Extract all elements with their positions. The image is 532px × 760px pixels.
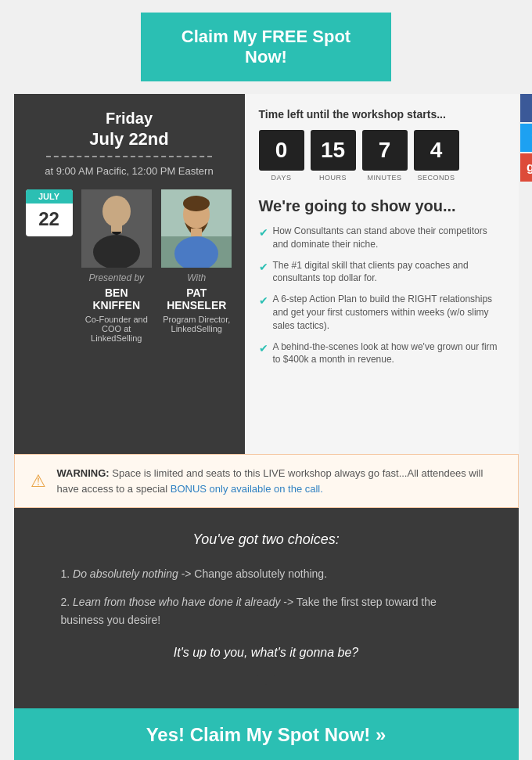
bottom-cta-button[interactable]: Yes! Claim My Spot Now! » [30, 724, 503, 746]
bullet-4: ✔ A behind-the-scenes look at how we've … [259, 340, 505, 367]
check-icon-4: ✔ [259, 341, 268, 357]
top-cta-button[interactable]: Claim My FREE Spot Now! [141, 13, 391, 81]
social-buttons: f t g+ [520, 94, 533, 182]
choice-1-normal: Change absolutely nothing. [194, 567, 327, 580]
choice-1: 1. Do absolutely nothing -> Change absol… [45, 565, 487, 582]
choices-question: It's up to you, what's it gonna be? [45, 646, 487, 660]
check-icon-1: ✔ [259, 225, 268, 241]
speaker-2: With PAT HENSELER Program Director, Link… [160, 189, 233, 333]
date-header: Friday July 22nd at 9:00 AM Pacific, 12:… [26, 110, 233, 177]
left-panel: Friday July 22nd at 9:00 AM Pacific, 12:… [14, 94, 245, 454]
google-plus-icon: g+ [527, 160, 532, 175]
choice-2-italic: Learn from those who have done it alread… [73, 596, 280, 608]
speaker-2-name: PAT HENSELER [160, 286, 233, 312]
speaker-1-svg [81, 189, 152, 268]
speaker-1-label: Presented by [81, 272, 153, 283]
twitter-button[interactable]: t [520, 124, 533, 152]
svg-point-8 [183, 196, 210, 211]
bullet-1-text: How Consultants can stand above their co… [273, 225, 505, 251]
countdown-label: Time left until the workshop starts... [259, 108, 505, 121]
day-name: Friday [26, 110, 233, 128]
choice-1-num: 1. [61, 567, 70, 580]
countdown-hours-label: HOURS [311, 174, 356, 182]
bullet-2: ✔ The #1 digital skill that clients pay … [259, 259, 505, 286]
speaker-1-title: Co-Founder and COO at LinkedSelling [81, 315, 153, 343]
warning-text: WARNING: Space is limited and seats to t… [57, 466, 502, 496]
panels-row: Friday July 22nd at 9:00 AM Pacific, 12:… [14, 94, 519, 454]
bottom-cta-section: Yes! Claim My Spot Now! » [14, 708, 519, 760]
countdown-seconds-label: SECONDS [414, 174, 459, 182]
bullet-list: ✔ How Consultants can stand above their … [259, 225, 505, 366]
svg-point-1 [102, 196, 131, 227]
countdown-days: 0 DAYS [259, 130, 304, 182]
countdown-seconds-value: 4 [414, 130, 459, 171]
arrow-down-icon [250, 668, 282, 685]
countdown-hours-value: 15 [311, 130, 356, 171]
top-cta-section: Claim My FREE Spot Now! [0, 0, 532, 94]
choice-2: 2. Learn from those who have done it alr… [45, 593, 487, 629]
countdown-row: 0 DAYS 15 HOURS 7 MINUTES 4 SECONDS [259, 130, 505, 182]
choice-2-arrow: -> [283, 596, 293, 608]
countdown-hours: 15 HOURS [311, 130, 356, 182]
bullet-3: ✔ A 6-step Action Plan to build the RIGH… [259, 293, 505, 332]
speaker-1-image [81, 189, 152, 268]
date-time: at 9:00 AM Pacific, 12:00 PM Eastern [26, 165, 233, 177]
facebook-button[interactable]: f [520, 94, 533, 122]
main-wrapper: Friday July 22nd at 9:00 AM Pacific, 12:… [14, 94, 519, 760]
bullet-1: ✔ How Consultants can stand above their … [259, 225, 505, 251]
check-icon-2: ✔ [259, 260, 268, 276]
countdown-seconds: 4 SECONDS [414, 130, 459, 182]
date-full: July 22nd [26, 129, 233, 149]
choice-2-num: 2. [61, 596, 70, 608]
speaker-2-image [161, 189, 232, 268]
calendar-month: July [26, 189, 73, 204]
speaker-2-svg [161, 189, 232, 268]
google-plus-button[interactable]: g+ [520, 153, 533, 182]
warning-icon: ⚠ [31, 471, 46, 492]
countdown-minutes-value: 7 [362, 130, 408, 171]
show-you-title: We're going to show you... [259, 197, 505, 215]
warning-bar: ⚠ WARNING: Space is limited and seats to… [14, 454, 519, 508]
date-divider [46, 156, 212, 157]
countdown-days-value: 0 [259, 130, 304, 171]
countdown-minutes-label: MINUTES [362, 174, 408, 182]
speaker-2-label: With [160, 272, 233, 283]
right-panel: Time left until the workshop starts... 0… [245, 94, 519, 454]
warning-link: BONUS only available on the call. [171, 483, 323, 495]
check-icon-3: ✔ [259, 294, 268, 309]
bullet-4-text: A behind-the-scenes look at how we've gr… [273, 340, 505, 367]
calendar-day: 22 [26, 204, 73, 235]
bullet-2-text: The #1 digital skill that clients pay co… [273, 259, 505, 286]
speaker-2-title: Program Director, LinkedSelling [160, 315, 233, 333]
choices-title: You've got two choices: [45, 531, 487, 548]
speaker-1-name: BEN KNIFFEN [81, 286, 153, 312]
speaker-1: Presented by BEN KNIFFEN Co-Founder and … [81, 189, 153, 343]
calendar-icon: July 22 [26, 189, 73, 236]
bullet-3-text: A 6-step Action Plan to build the RIGHT … [273, 293, 505, 332]
countdown-days-label: DAYS [259, 174, 304, 182]
choice-1-arrow: -> [182, 567, 192, 580]
warning-bold: WARNING: [57, 467, 110, 479]
countdown-minutes: 7 MINUTES [362, 130, 408, 182]
choices-section: You've got two choices: 1. Do absolutely… [14, 508, 519, 708]
svg-rect-9 [191, 229, 202, 236]
choice-1-italic: Do absolutely nothing [73, 567, 178, 580]
svg-point-3 [93, 235, 140, 268]
